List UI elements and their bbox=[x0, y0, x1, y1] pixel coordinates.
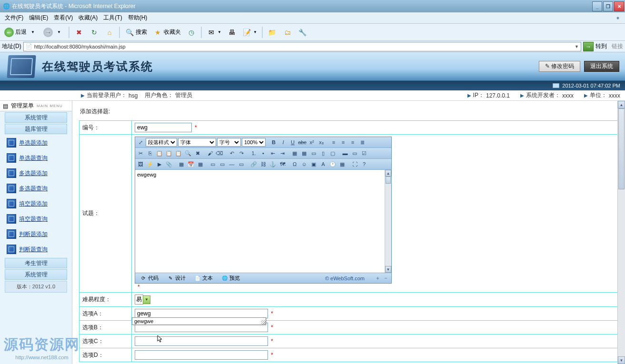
sidebar-cat-system2[interactable]: 系统管理 bbox=[5, 269, 67, 280]
copy-icon[interactable]: ⎘ bbox=[146, 149, 154, 157]
menu-favorites[interactable]: 收藏(A) bbox=[76, 13, 100, 23]
fullscreen-icon[interactable]: ⛶ bbox=[350, 160, 359, 168]
expand-icon[interactable]: ⤢ bbox=[136, 138, 145, 147]
anchor-icon[interactable]: ⚓ bbox=[268, 160, 277, 168]
autocomplete-popup[interactable]: gewgwe bbox=[132, 317, 266, 325]
sidebar-item-multi-query[interactable]: 多选题查询 bbox=[0, 181, 72, 196]
editor-scrollbar[interactable]: ▲ ▼ bbox=[385, 170, 391, 273]
font-select[interactable]: 字体 bbox=[178, 138, 216, 147]
menu-file[interactable]: 文件(F) bbox=[2, 13, 26, 23]
sidebar-cat-question[interactable]: 题库管理 bbox=[5, 124, 67, 134]
brush-icon[interactable]: 🖌 bbox=[206, 149, 214, 157]
italic-icon[interactable]: I bbox=[279, 138, 288, 147]
menu-tools[interactable]: 工具(T) bbox=[100, 13, 125, 23]
paste-word-icon[interactable]: 📋 bbox=[174, 149, 183, 157]
sidebar-item-multi-add[interactable]: 多选题添加 bbox=[0, 166, 72, 181]
minus-icon[interactable]: － bbox=[383, 275, 388, 282]
art-icon[interactable]: A bbox=[319, 160, 327, 168]
row-icon[interactable]: ▭ bbox=[309, 149, 318, 157]
calendar-icon[interactable]: 📅 bbox=[187, 160, 195, 168]
go-label[interactable]: 转到 bbox=[595, 42, 607, 50]
search-button[interactable]: 🔍搜索 bbox=[122, 26, 149, 39]
editor-textarea[interactable]: ewgewg bbox=[135, 170, 385, 273]
optD-input[interactable] bbox=[135, 350, 268, 360]
table2-icon[interactable]: ▦ bbox=[300, 149, 308, 157]
omega-icon[interactable]: Ω bbox=[290, 160, 299, 168]
delete-icon[interactable]: ✖ bbox=[193, 149, 202, 157]
paragraph-select[interactable]: 段落样式 bbox=[146, 138, 177, 147]
close-button[interactable]: ✕ bbox=[614, 1, 624, 11]
minimize-button[interactable]: _ bbox=[592, 1, 602, 11]
emoji-icon[interactable]: ☺ bbox=[300, 160, 308, 168]
home-button[interactable]: ⌂ bbox=[102, 26, 117, 39]
folder1-button[interactable]: 📁 bbox=[265, 26, 279, 39]
grid2-icon[interactable]: ▦ bbox=[196, 160, 205, 168]
marquee-icon[interactable]: ▭ bbox=[237, 160, 246, 168]
tab-text[interactable]: 📄文本 bbox=[192, 274, 215, 282]
cut-icon[interactable]: ✂ bbox=[136, 149, 145, 157]
editor-body[interactable]: ewgewg ▲ ▼ bbox=[135, 170, 391, 273]
links-label[interactable]: 链接 bbox=[612, 42, 623, 50]
undo-icon[interactable]: ↶ bbox=[228, 149, 236, 157]
excel-icon[interactable]: ▦ bbox=[338, 160, 347, 168]
button-icon[interactable]: ▭ bbox=[350, 149, 359, 157]
sidebar-item-single-query[interactable]: 单选题查询 bbox=[0, 150, 72, 166]
outdent-icon[interactable]: ⇤ bbox=[268, 149, 277, 157]
change-password-button[interactable]: ✎ 修改密码 bbox=[539, 61, 580, 72]
image-icon[interactable]: 🖼 bbox=[136, 160, 145, 168]
fieldset-icon[interactable]: ▭ bbox=[208, 160, 217, 168]
menu-edit[interactable]: 编辑(E) bbox=[26, 13, 51, 23]
menu-view[interactable]: 查看(V) bbox=[51, 13, 76, 23]
underline-icon[interactable]: U bbox=[288, 138, 297, 147]
align-justify-icon[interactable]: ≣ bbox=[358, 138, 367, 147]
sidebar-item-fill-add[interactable]: 填空题添加 bbox=[0, 196, 72, 211]
form-icon[interactable]: ▬ bbox=[341, 149, 349, 157]
maximize-button[interactable]: ❐ bbox=[603, 1, 613, 11]
sub-icon[interactable]: x₂ bbox=[317, 138, 326, 147]
align-right-icon[interactable]: ≡ bbox=[348, 138, 357, 147]
flash-icon[interactable]: ⚡ bbox=[146, 160, 154, 168]
unlink-icon[interactable]: ⛓ bbox=[259, 160, 268, 168]
strike-icon[interactable]: abc bbox=[298, 138, 307, 147]
align-center-icon[interactable]: ≡ bbox=[339, 138, 347, 147]
print-button[interactable]: 🖶 bbox=[225, 26, 239, 39]
id-input[interactable] bbox=[135, 123, 192, 132]
check-icon[interactable]: ☑ bbox=[360, 149, 368, 157]
sidebar-item-judge-query[interactable]: 判断题查询 bbox=[0, 242, 72, 257]
table-icon[interactable]: ▦ bbox=[290, 149, 299, 157]
ul-icon[interactable]: • bbox=[259, 149, 268, 157]
menu-help[interactable]: 帮助(H) bbox=[125, 13, 150, 23]
content-scrollbar[interactable]: ▲ ▼ bbox=[617, 101, 625, 364]
cell-icon[interactable]: ▢ bbox=[328, 149, 337, 157]
sidebar-item-single-add[interactable]: 单选题添加 bbox=[0, 135, 72, 150]
scrollbar-thumb[interactable] bbox=[618, 108, 625, 189]
tools-button[interactable]: 🔧 bbox=[296, 26, 310, 39]
tab-design[interactable]: ✎设计 bbox=[165, 274, 188, 282]
clear-icon[interactable]: ⌫ bbox=[215, 149, 224, 157]
hr-icon[interactable]: — bbox=[228, 160, 236, 168]
redo-icon[interactable]: ↷ bbox=[237, 149, 246, 157]
sidebar-item-judge-add[interactable]: 判断题添加 bbox=[0, 226, 72, 242]
history-button[interactable]: ◷ bbox=[184, 26, 198, 39]
media-icon[interactable]: ▶ bbox=[155, 160, 164, 168]
help-icon[interactable]: ? bbox=[360, 160, 368, 168]
logout-button[interactable]: 退出系统 bbox=[584, 61, 619, 72]
folder2-button[interactable]: 🗂 bbox=[280, 26, 295, 39]
optC-input[interactable] bbox=[135, 336, 268, 346]
mail-button[interactable]: ✉▼ bbox=[204, 26, 224, 39]
forward-button[interactable]: →▼ bbox=[41, 26, 66, 39]
go-button[interactable]: → bbox=[583, 42, 594, 51]
indent-icon[interactable]: ⇥ bbox=[278, 149, 287, 157]
chevron-down-icon[interactable]: ▼ bbox=[575, 44, 579, 49]
find-icon[interactable]: 🔍 bbox=[184, 149, 192, 157]
size-select[interactable]: 字号 bbox=[217, 138, 241, 147]
link-icon[interactable]: 🔗 bbox=[249, 160, 258, 168]
attach-icon[interactable]: 📎 bbox=[165, 160, 173, 168]
optA-input[interactable] bbox=[135, 309, 268, 318]
edit-button[interactable]: 📝▼ bbox=[240, 26, 259, 39]
clock2-icon[interactable]: 🕐 bbox=[328, 160, 337, 168]
sidebar-cat-examinee[interactable]: 考生管理 bbox=[5, 258, 67, 268]
stop-button[interactable]: ✖ bbox=[72, 26, 86, 39]
difficulty-dropdown[interactable]: ▼ bbox=[143, 295, 150, 304]
plus-icon[interactable]: ＋ bbox=[375, 275, 380, 282]
